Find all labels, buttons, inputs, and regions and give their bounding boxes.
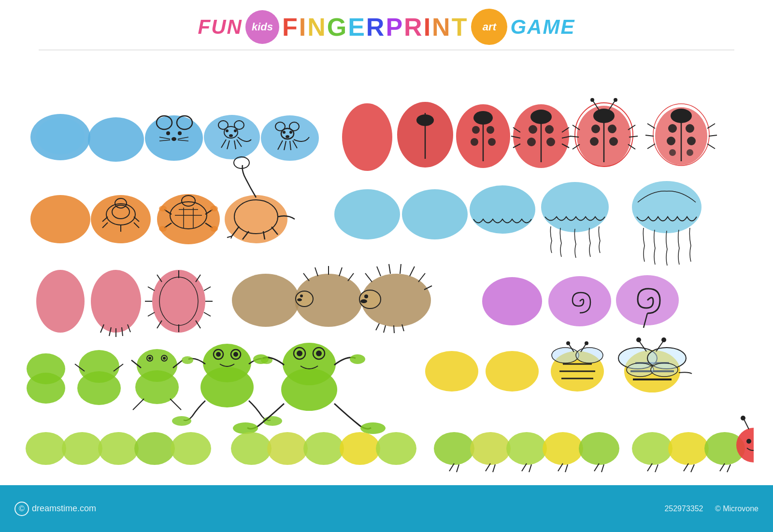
svg-line-175 <box>384 325 386 333</box>
svg-point-43 <box>487 126 494 134</box>
svg-line-282 <box>727 464 730 472</box>
fingerprints-illustration <box>19 55 754 475</box>
svg-point-48 <box>530 110 552 124</box>
svg-point-236 <box>627 363 654 377</box>
svg-point-38 <box>416 114 434 126</box>
svg-point-202 <box>216 352 221 357</box>
svg-point-51 <box>527 138 536 146</box>
canvas-area <box>0 55 773 477</box>
image-id: 252973352 <box>664 504 703 513</box>
svg-point-183 <box>27 373 65 404</box>
svg-point-1 <box>36 118 85 154</box>
dreamstime-logo: © dreamstime.com <box>14 502 96 516</box>
svg-point-85 <box>669 149 676 156</box>
letter-e: E <box>348 13 366 41</box>
svg-line-258 <box>457 464 459 472</box>
letter-p: P <box>386 13 404 41</box>
svg-line-167 <box>400 264 401 274</box>
svg-point-224 <box>552 348 579 363</box>
svg-point-8 <box>172 137 176 141</box>
svg-point-172 <box>364 294 368 298</box>
svg-line-152 <box>148 312 155 316</box>
svg-point-127 <box>334 189 400 239</box>
svg-line-91 <box>709 135 717 136</box>
svg-point-271 <box>746 439 751 444</box>
svg-point-13 <box>204 115 260 159</box>
svg-point-30 <box>286 135 289 138</box>
svg-line-164 <box>365 273 372 282</box>
svg-point-153 <box>232 274 300 327</box>
svg-point-242 <box>26 432 66 465</box>
svg-point-93 <box>30 195 90 243</box>
svg-line-142 <box>148 287 155 291</box>
svg-point-229 <box>585 341 588 345</box>
image-info: 252973352 © Microvone <box>664 504 759 513</box>
svg-point-162 <box>297 298 302 301</box>
svg-point-41 <box>473 111 493 125</box>
svg-line-264 <box>565 464 568 472</box>
svg-point-63 <box>591 125 600 133</box>
author-credit: © Microvone <box>715 504 759 513</box>
dreamstime-text: dreamstime.com <box>32 504 96 514</box>
svg-point-17 <box>226 129 229 132</box>
svg-point-128 <box>402 189 468 239</box>
svg-point-18 <box>234 129 237 132</box>
svg-point-249 <box>303 432 344 465</box>
svg-point-185 <box>77 371 121 405</box>
svg-point-219 <box>486 351 539 392</box>
svg-line-89 <box>647 144 655 149</box>
svg-point-80 <box>671 109 692 123</box>
svg-point-251 <box>376 432 416 465</box>
svg-point-64 <box>608 125 616 133</box>
svg-point-267 <box>632 432 673 465</box>
svg-point-244 <box>98 432 139 465</box>
svg-point-50 <box>545 125 554 134</box>
svg-point-189 <box>135 370 179 404</box>
svg-point-203 <box>233 352 238 357</box>
letter-i2: I <box>424 13 432 41</box>
title-fun: FUN <box>198 15 243 39</box>
svg-point-255 <box>543 432 583 465</box>
svg-point-209 <box>281 368 337 411</box>
svg-line-148 <box>204 312 211 316</box>
svg-point-6 <box>166 131 170 135</box>
svg-line-158 <box>339 267 342 276</box>
svg-line-156 <box>315 267 318 276</box>
svg-point-42 <box>472 126 480 134</box>
main-content: FUN kids FINGERPRINT art GAME <box>0 0 773 485</box>
svg-point-7 <box>178 131 182 135</box>
svg-point-178 <box>482 277 542 325</box>
svg-point-225 <box>576 348 603 363</box>
svg-point-246 <box>171 432 211 465</box>
svg-point-132 <box>36 270 85 333</box>
title-text: FUN kids FINGERPRINT art GAME <box>198 9 575 45</box>
svg-point-35 <box>342 103 392 171</box>
letter-n: N <box>307 13 327 41</box>
svg-line-280 <box>691 464 694 472</box>
dreamstime-icon: © <box>14 502 29 516</box>
divider <box>39 50 734 50</box>
svg-line-166 <box>389 264 390 274</box>
svg-point-217 <box>360 422 386 434</box>
svg-point-206 <box>172 416 191 426</box>
svg-point-215 <box>350 354 365 364</box>
letter-r2: R <box>404 13 424 41</box>
svg-point-245 <box>134 432 175 465</box>
svg-point-29 <box>289 131 292 134</box>
svg-point-2 <box>88 117 144 162</box>
svg-point-116 <box>159 226 167 232</box>
svg-line-146 <box>204 287 211 291</box>
svg-point-228 <box>566 341 570 345</box>
svg-line-155 <box>303 273 309 281</box>
svg-point-119 <box>234 157 249 168</box>
svg-point-62 <box>593 109 615 123</box>
svg-point-114 <box>159 206 167 211</box>
svg-point-28 <box>283 131 286 134</box>
svg-point-213 <box>316 350 322 356</box>
svg-line-165 <box>377 266 381 276</box>
svg-point-69 <box>590 98 594 102</box>
svg-point-171 <box>359 290 381 308</box>
svg-line-174 <box>376 323 379 330</box>
svg-point-250 <box>340 432 380 465</box>
svg-line-262 <box>529 464 531 472</box>
